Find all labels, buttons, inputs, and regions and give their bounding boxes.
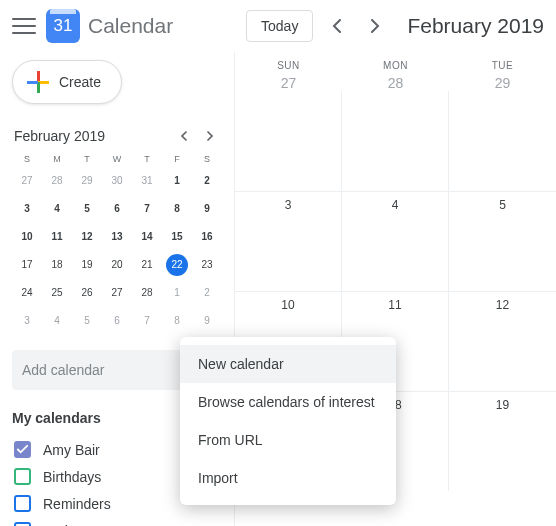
- mini-day-cell[interactable]: 19: [76, 254, 98, 276]
- grid-cell[interactable]: 3: [235, 191, 342, 291]
- mini-day-cell[interactable]: 27: [106, 282, 128, 304]
- mini-day-cell[interactable]: 6: [106, 198, 128, 220]
- grid-cell[interactable]: 5: [449, 191, 556, 291]
- mini-day-cell[interactable]: 18: [46, 254, 68, 276]
- calendar-checkbox[interactable]: [14, 522, 31, 526]
- mini-day-cell[interactable]: 23: [196, 254, 218, 276]
- add-calendar-menu: New calendarBrowse calendars of interest…: [180, 337, 396, 505]
- calendar-checkbox[interactable]: [14, 495, 31, 512]
- mini-day-cell[interactable]: 8: [166, 198, 188, 220]
- mini-day-cell[interactable]: 1: [166, 170, 188, 192]
- hamburger-menu-icon[interactable]: [12, 14, 36, 38]
- mini-day-cell[interactable]: 4: [46, 198, 68, 220]
- mini-day-cell[interactable]: 7: [136, 310, 158, 332]
- mini-day-cell[interactable]: 5: [76, 310, 98, 332]
- calendar-checkbox[interactable]: [14, 441, 31, 458]
- mini-day-cell[interactable]: 11: [46, 226, 68, 248]
- mini-day-header: S: [12, 154, 42, 164]
- menu-item[interactable]: Browse calendars of interest: [180, 383, 396, 421]
- mini-day-cell[interactable]: 27: [16, 170, 38, 192]
- calendar-checkbox[interactable]: [14, 468, 31, 485]
- grid-cell[interactable]: 4: [342, 191, 449, 291]
- calendar-list-item[interactable]: Tasks: [12, 517, 222, 526]
- mini-day-cell[interactable]: 5: [76, 198, 98, 220]
- menu-item[interactable]: Import: [180, 459, 396, 497]
- add-calendar-placeholder: Add calendar: [22, 362, 105, 378]
- mini-day-cell[interactable]: 28: [136, 282, 158, 304]
- grid-day-header: SUN27: [235, 52, 342, 91]
- mini-day-cell[interactable]: 22: [166, 254, 188, 276]
- mini-day-cell[interactable]: 10: [16, 226, 38, 248]
- mini-day-cell[interactable]: 4: [46, 310, 68, 332]
- mini-day-cell[interactable]: 13: [106, 226, 128, 248]
- mini-day-cell[interactable]: 3: [16, 198, 38, 220]
- calendar-label: Reminders: [43, 496, 111, 512]
- mini-day-cell[interactable]: 14: [136, 226, 158, 248]
- mini-day-cell[interactable]: 8: [166, 310, 188, 332]
- current-month-title: February 2019: [407, 14, 544, 38]
- grid-cell[interactable]: 19: [449, 391, 556, 491]
- create-label: Create: [59, 74, 101, 90]
- mini-day-header: W: [102, 154, 132, 164]
- mini-day-cell[interactable]: 7: [136, 198, 158, 220]
- mini-month-title: February 2019: [14, 128, 105, 144]
- plus-icon: [27, 71, 49, 93]
- calendar-label: Tasks: [43, 523, 79, 527]
- mini-day-cell[interactable]: 28: [46, 170, 68, 192]
- grid-cell[interactable]: [342, 91, 449, 191]
- mini-day-cell[interactable]: 25: [46, 282, 68, 304]
- mini-day-cell[interactable]: 29: [76, 170, 98, 192]
- mini-day-cell[interactable]: 20: [106, 254, 128, 276]
- mini-day-cell[interactable]: 24: [16, 282, 38, 304]
- mini-day-cell[interactable]: 1: [166, 282, 188, 304]
- mini-prev-button[interactable]: [174, 126, 194, 146]
- mini-day-cell[interactable]: 31: [136, 170, 158, 192]
- grid-cell[interactable]: [235, 91, 342, 191]
- mini-day-cell[interactable]: 2: [196, 282, 218, 304]
- calendar-label: Birthdays: [43, 469, 101, 485]
- prev-period-button[interactable]: [323, 12, 351, 40]
- calendar-label: Amy Bair: [43, 442, 100, 458]
- grid-cell[interactable]: 12: [449, 291, 556, 391]
- mini-day-cell[interactable]: 15: [166, 226, 188, 248]
- today-button[interactable]: Today: [246, 10, 313, 42]
- mini-day-cell[interactable]: 3: [16, 310, 38, 332]
- mini-day-header: T: [132, 154, 162, 164]
- mini-day-cell[interactable]: 6: [106, 310, 128, 332]
- mini-next-button[interactable]: [200, 126, 220, 146]
- app-name: Calendar: [88, 14, 173, 38]
- mini-day-cell[interactable]: 2: [196, 170, 218, 192]
- mini-day-cell[interactable]: 9: [196, 310, 218, 332]
- mini-day-header: T: [72, 154, 102, 164]
- mini-day-cell[interactable]: 12: [76, 226, 98, 248]
- mini-day-cell[interactable]: 17: [16, 254, 38, 276]
- mini-day-header: F: [162, 154, 192, 164]
- mini-day-header: S: [192, 154, 222, 164]
- mini-day-cell[interactable]: 21: [136, 254, 158, 276]
- mini-day-cell[interactable]: 30: [106, 170, 128, 192]
- grid-day-header: MON28: [342, 52, 449, 91]
- menu-item[interactable]: From URL: [180, 421, 396, 459]
- mini-day-header: M: [42, 154, 72, 164]
- mini-day-cell[interactable]: 9: [196, 198, 218, 220]
- grid-day-header: TUE29: [449, 52, 556, 91]
- mini-day-cell[interactable]: 16: [196, 226, 218, 248]
- calendar-logo-icon: 31: [46, 9, 80, 43]
- next-period-button[interactable]: [361, 12, 389, 40]
- mini-day-cell[interactable]: 26: [76, 282, 98, 304]
- grid-cell[interactable]: [449, 91, 556, 191]
- create-button[interactable]: Create: [12, 60, 122, 104]
- menu-item[interactable]: New calendar: [180, 345, 396, 383]
